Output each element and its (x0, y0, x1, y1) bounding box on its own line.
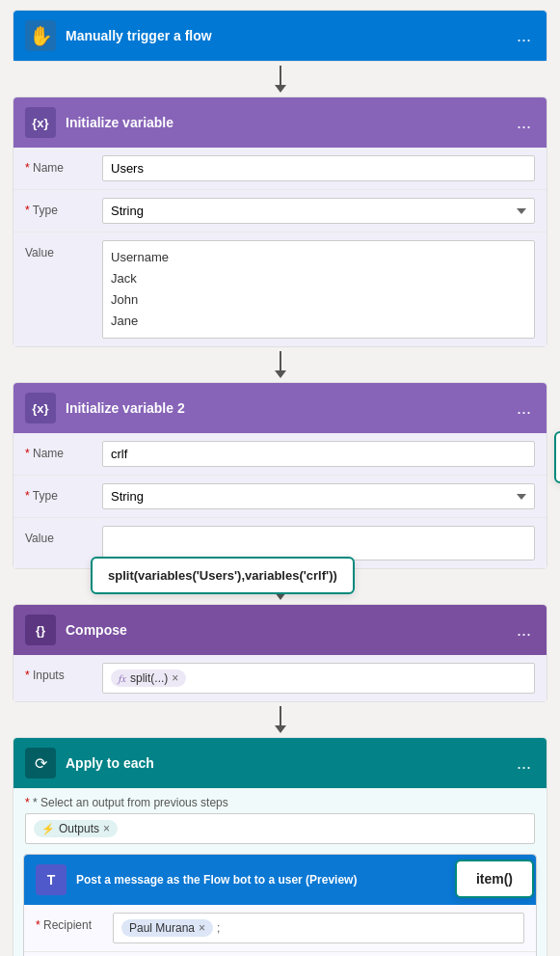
init-var2-card: {x} Initialize variable 2 ... * Name Lit… (13, 382, 547, 569)
compose-icon: {} (25, 615, 56, 645)
compose-header: {} Compose ... (13, 605, 547, 655)
arrow-4 (275, 702, 286, 737)
var2-name-input[interactable] (102, 441, 535, 467)
apply-icon: ⟳ (25, 748, 56, 778)
init-var1-header: {x} Initialize variable ... (13, 97, 547, 148)
type-label: * Type (25, 198, 102, 217)
nested-card-title: Post a message as the Flow bot to a user… (76, 873, 502, 887)
arrow-2 (275, 347, 286, 382)
inputs-token-input[interactable]: 𝑓𝑥 split(...) × (102, 663, 535, 694)
nested-post-card: T Post a message as the Flow bot to a us… (23, 854, 537, 956)
outputs-icon: ⚡ (41, 823, 55, 835)
outputs-token-label: Outputs (59, 822, 99, 835)
init-var1-card: {x} Initialize variable ... * Name * Typ… (13, 96, 547, 347)
apply-menu[interactable]: ... (513, 753, 535, 774)
value-line-2: Jack (111, 268, 526, 289)
crlf-tooltip: Literally type a carriage return in here (554, 431, 560, 483)
name-label: * Name (25, 155, 102, 175)
teams-icon: T (36, 864, 67, 895)
init-var2-menu[interactable]: ... (513, 398, 535, 419)
message-field-row: Message 𝑓𝑥 item() × (24, 952, 536, 956)
value-input-wrapper: Username Jack John Jane (102, 240, 535, 339)
init-var2-body: * Name Literally type a carriage return … (13, 433, 547, 568)
apply-to-each-card: ⟳ Apply to each ... * * Select an output… (13, 737, 547, 956)
init-var2-header: {x} Initialize variable 2 ... (13, 383, 547, 433)
outputs-tag-input[interactable]: ⚡ Outputs × (25, 813, 535, 844)
init-var1-icon: {x} (25, 107, 56, 138)
value-line-1: Username (111, 247, 526, 268)
paul-token-close[interactable]: × (199, 921, 205, 935)
apply-title: Apply to each (66, 755, 513, 771)
inputs-wrapper: 𝑓𝑥 split(...) × (102, 663, 535, 694)
apply-body: * * Select an output from previous steps… (13, 788, 547, 956)
name-input[interactable] (102, 155, 535, 181)
arrow-1 (275, 62, 286, 96)
name-field-row: * Name (13, 148, 547, 190)
paul-token-label: Paul Murana (129, 921, 195, 935)
var2-value-label: Value (25, 526, 102, 545)
recipient-field-row: * Recipient Paul Murana × ; (24, 905, 536, 952)
apply-header: ⟳ Apply to each ... (13, 738, 547, 788)
var2-name-label: * Name (25, 441, 102, 460)
var2-value-input-wrapper (102, 526, 535, 560)
init-var1-menu[interactable]: ... (513, 113, 535, 133)
recipient-wrapper: Paul Murana × ; item() (113, 913, 524, 943)
inputs-label: * Inputs (25, 663, 102, 682)
name-input-wrapper (102, 155, 535, 181)
var2-name-input-wrapper: Literally type a carriage return in here (102, 441, 535, 467)
select-label: * * Select an output from previous steps (13, 788, 547, 813)
outputs-token-close[interactable]: × (103, 822, 110, 835)
trigger-menu[interactable]: ... (513, 26, 535, 46)
var2-value-box[interactable] (102, 526, 535, 560)
trigger-title: Manually trigger a flow (66, 28, 513, 43)
compose-body: * Inputs 𝑓𝑥 split(...) × (13, 655, 547, 701)
init-var1-title: Initialize variable (66, 115, 513, 130)
nested-body: * Recipient Paul Murana × ; (24, 905, 536, 956)
trigger-icon: ✋ (25, 20, 56, 51)
item-tooltip: item() (455, 860, 534, 898)
compose-title: Compose (66, 622, 513, 638)
compose-menu[interactable]: ... (513, 620, 535, 641)
inputs-field-row: * Inputs 𝑓𝑥 split(...) × (13, 655, 547, 701)
token-fx-icon: 𝑓𝑥 (119, 672, 126, 685)
token-close-btn[interactable]: × (172, 671, 178, 685)
init-var1-body: * Name * Type String Value Username (13, 148, 547, 346)
value-field-row: Value Username Jack John Jane (13, 232, 547, 346)
type-field-row: * Type String (13, 190, 547, 232)
value-line-3: John (111, 289, 526, 311)
type-select-wrapper: String (102, 198, 535, 224)
recipient-token-input[interactable]: Paul Murana × ; (113, 913, 524, 943)
value-line-4: Jane (111, 311, 526, 332)
flow-container: ✋ Manually trigger a flow ... {x} Initia… (10, 10, 550, 956)
var2-type-label: * Type (25, 483, 102, 503)
split-token: 𝑓𝑥 split(...) × (111, 669, 186, 687)
paul-token: Paul Murana × (121, 919, 213, 937)
value-list[interactable]: Username Jack John Jane (102, 240, 535, 339)
var2-name-field-row: * Name Literally type a carriage return … (13, 433, 547, 476)
init-var2-icon: {x} (25, 393, 56, 423)
var2-type-field-row: * Type String (13, 476, 547, 518)
var2-type-select[interactable]: String (102, 483, 535, 509)
token-label: split(...) (130, 671, 168, 685)
formula-tooltip: split(variables('Users'),variables('crlf… (91, 557, 355, 594)
trigger-card: ✋ Manually trigger a flow ... (13, 10, 547, 62)
outputs-token: ⚡ Outputs × (34, 820, 118, 837)
trigger-card-header: ✋ Manually trigger a flow ... (13, 11, 547, 61)
recipient-label: * Recipient (36, 913, 113, 932)
type-select[interactable]: String (102, 198, 535, 224)
compose-card: split(variables('Users'),variables('crlf… (13, 604, 547, 702)
init-var2-title: Initialize variable 2 (66, 400, 513, 416)
value-label: Value (25, 240, 102, 259)
var2-type-select-wrapper: String (102, 483, 535, 509)
